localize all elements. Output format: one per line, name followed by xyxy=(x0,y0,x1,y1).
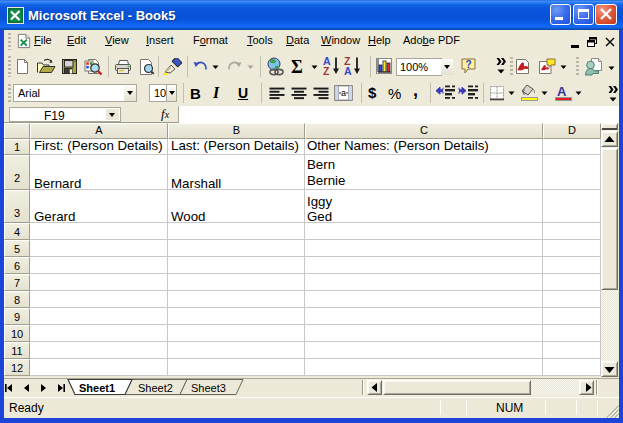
svg-text:a: a xyxy=(341,88,346,98)
svg-text:?: ? xyxy=(466,59,472,70)
svg-text:Z: Z xyxy=(323,65,330,76)
svg-text:A: A xyxy=(344,65,352,76)
